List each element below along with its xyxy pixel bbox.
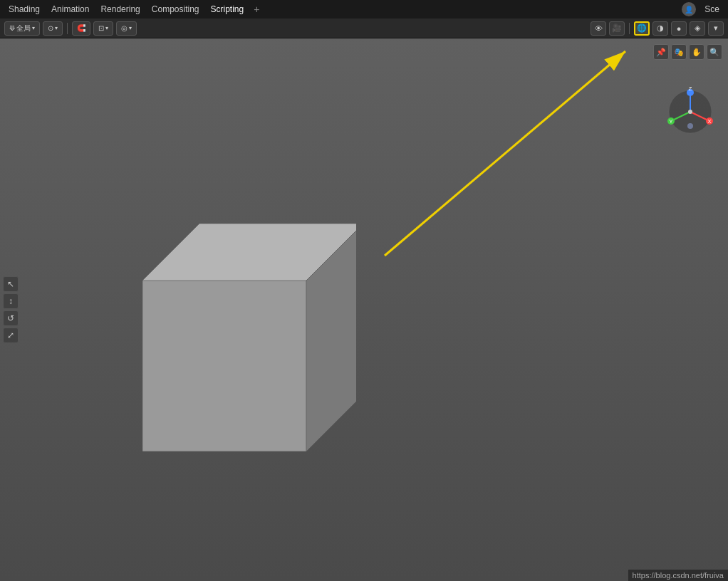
svg-text:Z: Z — [689, 87, 692, 92]
left-tool-1[interactable]: ↖ — [3, 276, 19, 292]
viewport-shading-btn[interactable]: 🌐 — [634, 21, 650, 36]
menu-scripting[interactable]: Scripting — [205, 2, 250, 16]
view-icon-1: 👁 — [595, 24, 603, 33]
vp-zoom-btn[interactable]: 🔍 — [707, 44, 722, 60]
toolbar-sep-1 — [67, 23, 68, 34]
vp-pin-btn[interactable]: 📌 — [653, 44, 669, 60]
viewport-settings-btn[interactable]: ▾ — [708, 21, 724, 36]
menu-add-tab[interactable]: + — [249, 1, 264, 17]
left-tool-4[interactable]: ⤢ — [3, 328, 19, 343]
svg-text:Y: Y — [669, 118, 673, 125]
viewport-shading-icon-2: ◑ — [657, 23, 664, 33]
proportional-arrow: ▾ — [129, 25, 132, 31]
vp-btn-row-1: 📌 🎭 ✋ 🔍 — [653, 44, 722, 60]
menu-right-area: 👤 Sce — [682, 2, 725, 16]
left-tool-3[interactable]: ↺ — [3, 310, 19, 326]
viewport-shading-icon-4: ◈ — [695, 23, 700, 33]
menu-bar: Shading Animation Rendering Compositing … — [0, 0, 728, 19]
toolbar-right: 👁 🎥 🌐 ◑ ● ◈ ▾ — [591, 21, 724, 36]
select-mode-arrow: ▾ — [32, 25, 35, 31]
viewport-shading-btn3[interactable]: ● — [671, 21, 687, 36]
pivot-btn[interactable]: ⊙ ▾ — [43, 21, 63, 36]
menu-compositing[interactable]: Compositing — [146, 2, 205, 16]
svg-text:X: X — [707, 118, 712, 125]
proportional-btn[interactable]: ◎ ▾ — [116, 21, 137, 36]
svg-point-13 — [687, 123, 693, 129]
axis-gizmo[interactable]: Z X Y — [665, 87, 715, 137]
pivot-icon: ⊙ — [48, 24, 53, 32]
viewport-shading-icon-3: ● — [677, 24, 682, 33]
svg-marker-0 — [142, 281, 306, 451]
left-tool-2[interactable]: ↕ — [3, 293, 19, 309]
viewport-settings-arrow: ▾ — [714, 23, 718, 33]
toolbar-view-btn-1[interactable]: 👁 — [591, 21, 606, 36]
left-toolbar: ↖ ↕ ↺ ⤢ — [3, 276, 19, 343]
scene-label[interactable]: Sce — [699, 2, 725, 16]
overlay-icon: ⊡ — [98, 24, 104, 32]
snap-btn[interactable]: 🧲 — [72, 21, 90, 36]
select-mode-btn[interactable]: ⟱ 全局 ▾ — [4, 21, 40, 36]
svg-point-14 — [688, 110, 692, 114]
vp-render-btn[interactable]: 🎭 — [671, 44, 687, 60]
viewport-shading-icon: 🌐 — [637, 23, 647, 33]
proportional-icon: ◎ — [121, 24, 128, 32]
menu-rendering[interactable]: Rendering — [95, 2, 145, 16]
url-bar: https://blog.csdn.net/fruiva — [628, 570, 728, 581]
user-icon[interactable]: 👤 — [682, 2, 696, 16]
cube-3d — [85, 181, 356, 469]
toolbar: ⟱ 全局 ▾ ⊙ ▾ 🧲 ⊡ ▾ ◎ ▾ 👁 🎥 🌐 ◑ ● — [0, 19, 728, 38]
menu-shading[interactable]: Shading — [3, 2, 46, 16]
select-mode-label: 全局 — [16, 23, 31, 33]
vp-hand-btn[interactable]: ✋ — [689, 44, 704, 60]
toolbar-sep-2 — [629, 23, 630, 34]
overlay-arrow: ▾ — [105, 25, 108, 31]
snap-icon: 🧲 — [77, 24, 85, 32]
viewport-shading-btn4[interactable]: ◈ — [690, 21, 705, 36]
toolbar-view-btn-2[interactable]: 🎥 — [609, 21, 625, 36]
viewport[interactable]: ↖ ↕ ↺ ⤢ 📌 🎭 ✋ 🔍 Z X — [0, 38, 728, 581]
menu-animation[interactable]: Animation — [46, 2, 95, 16]
viewport-shading-btn2[interactable]: ◑ — [652, 21, 668, 36]
viewport-controls: 📌 🎭 ✋ 🔍 Z X Y — [653, 44, 722, 60]
pivot-arrow: ▾ — [55, 25, 58, 31]
view-icon-2: 🎥 — [612, 23, 622, 33]
overlay-btn[interactable]: ⊡ ▾ — [93, 21, 113, 36]
select-icon: ⟱ — [9, 24, 15, 32]
